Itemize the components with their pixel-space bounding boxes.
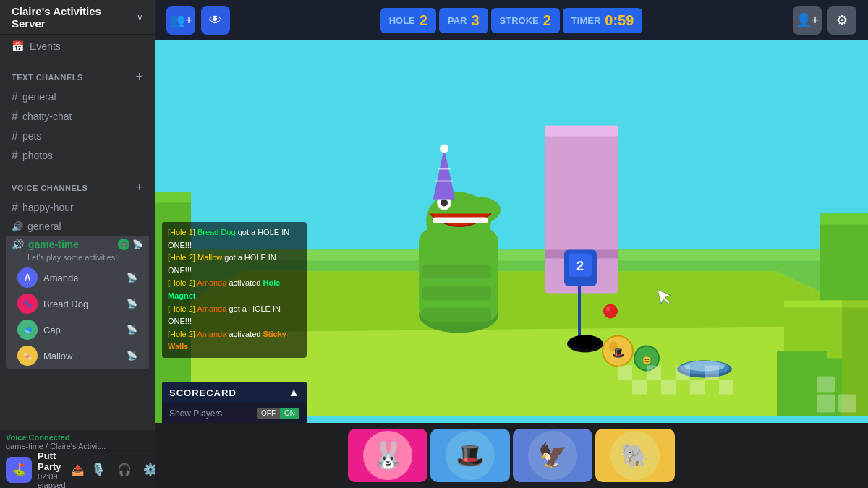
player-avatar-0: 🐰 — [363, 431, 412, 480]
toggle-switch[interactable]: OFF ON — [257, 408, 299, 419]
sidebar-item-pets[interactable]: # pets — [6, 127, 149, 145]
stream-icon: 📡 — [127, 299, 137, 309]
svg-rect-55 — [632, 380, 647, 395]
svg-point-29 — [440, 145, 448, 153]
toggle-on-label[interactable]: ON — [280, 408, 299, 419]
player-avatar-1: 🎩 — [446, 431, 495, 480]
add-channel-icon[interactable]: + — [135, 69, 143, 85]
voice-channels-header[interactable]: VOICE CHANNELS + — [6, 180, 149, 195]
avatar-mallow: 🍬 — [17, 346, 38, 366]
svg-rect-52 — [647, 366, 661, 380]
calendar-icon: 📅 — [12, 40, 24, 52]
text-channels-header[interactable]: TEXT CHANNELS + — [6, 69, 149, 85]
svg-rect-19 — [422, 265, 491, 279]
voice-member-amanda[interactable]: A Amanda 📡 — [12, 265, 143, 291]
chat-hole-tag: [Hole 2] — [168, 253, 195, 262]
game-area: 👥+ 👁 HOLE 2 PAR 3 STROKE 2 — [155, 0, 868, 423]
events-label: Events — [30, 40, 61, 52]
bottom-activity: ⛳ Putt Party 02:09 elapsed 📤 — [6, 450, 84, 489]
sidebar-item-happy-hour[interactable]: # happy-hour — [6, 198, 149, 217]
member-name: Amanda — [43, 273, 127, 283]
channel-label: pets — [22, 130, 41, 142]
chat-username: Amanda — [197, 304, 226, 313]
avatar-bread-dog: 🐾 — [17, 294, 38, 314]
svg-text:2: 2 — [576, 259, 584, 273]
svg-text:🎩: 🎩 — [612, 347, 625, 359]
timer-value: 0:59 — [605, 12, 634, 29]
sidebar: Claire's Activities Server ∨ 📅 Events TE… — [0, 0, 155, 488]
svg-rect-60 — [838, 395, 856, 413]
chat-username: Bread Dog — [197, 228, 236, 236]
spectate-button[interactable]: 👁 — [201, 6, 230, 35]
avatar-cap: 🧢 — [17, 320, 38, 340]
text-channels-section: TEXT CHANNELS + # general # chatty-chat … — [0, 58, 155, 168]
add-people-button[interactable]: 👤+ — [793, 6, 822, 35]
voice-member-cap[interactable]: 🧢 Cap 📡 — [12, 317, 143, 343]
sidebar-item-game-time[interactable]: 🔊 game-time 🎮 📡 Let's play some activiti… — [6, 236, 149, 369]
mic-button[interactable]: 🎙️ — [87, 458, 110, 481]
player-card-2[interactable]: 🦅 — [513, 429, 592, 482]
chat-overlay: [Hole 1] Bread Dog got a HOLE IN ONE!!! … — [162, 222, 307, 358]
svg-rect-10 — [545, 126, 618, 137]
headphone-button[interactable]: 🎧 — [113, 458, 136, 481]
scorecard-players-row: Show Players OFF ON — [162, 403, 307, 423]
svg-rect-58 — [719, 380, 733, 395]
avatar-amanda: A — [17, 267, 38, 288]
game-settings-button[interactable]: ⚙ — [827, 6, 856, 35]
voice-member-mallow[interactable]: 🍬 Mallow 📡 — [12, 343, 143, 369]
game-time-header[interactable]: 🔊 game-time 🎮 📡 — [6, 236, 149, 253]
chat-hole-tag: [Hole 1] — [168, 228, 195, 236]
game-hud: 👥+ 👁 HOLE 2 PAR 3 STROKE 2 — [155, 0, 868, 40]
chat-hole-tag: [Hole 2] — [168, 278, 195, 287]
activity-elapsed: 02:09 elapsed — [38, 472, 66, 489]
member-name: Cap — [43, 325, 127, 335]
timer-label: TIMER — [571, 15, 600, 26]
svg-rect-24 — [433, 218, 488, 223]
voice-member-bread-dog[interactable]: 🐾 Bread Dog 📡 — [12, 291, 143, 317]
sidebar-item-chatty-chat[interactable]: # chatty-chat — [6, 107, 149, 126]
svg-rect-56 — [661, 380, 676, 395]
player-card-1[interactable]: 🎩 — [430, 429, 510, 482]
app-layout: Claire's Activities Server ∨ 📅 Events TE… — [0, 0, 868, 488]
add-player-button[interactable]: 👥+ — [166, 6, 195, 35]
stream-icon: 📡 — [127, 351, 137, 361]
svg-rect-59 — [817, 395, 835, 413]
scorecard-header[interactable]: SCORECARD ▲ — [162, 382, 307, 403]
add-voice-icon[interactable]: + — [135, 180, 143, 195]
game-time-label: game-time — [28, 239, 118, 250]
sidebar-item-photos[interactable]: # photos — [6, 146, 149, 165]
chat-username: Mallow — [197, 253, 222, 262]
channel-label: general — [22, 91, 56, 103]
svg-rect-51 — [618, 366, 632, 380]
hud-left: 👥+ 👁 — [166, 6, 230, 35]
player-avatar-2: 🦅 — [528, 431, 577, 480]
activity-info: Putt Party 02:09 elapsed — [38, 450, 66, 489]
svg-point-36 — [603, 304, 618, 319]
show-players-label: Show Players — [169, 408, 222, 419]
activity-name: Putt Party — [38, 450, 66, 472]
sidebar-item-general[interactable]: # general — [6, 87, 149, 106]
scorecard-collapse-button[interactable]: ▲ — [288, 386, 299, 399]
toggle-off-label[interactable]: OFF — [257, 408, 280, 419]
activity-share-icon[interactable]: 📤 — [72, 464, 84, 476]
hash-icon: # — [12, 110, 18, 123]
sidebar-spacer — [0, 372, 155, 430]
hash-icon: # — [12, 90, 18, 103]
scorecard: SCORECARD ▲ Show Players OFF ON — [162, 382, 307, 423]
server-name: Claire's Activities Server — [12, 5, 137, 30]
svg-rect-54 — [705, 366, 719, 380]
sidebar-item-vc-general[interactable]: 🔊 general — [6, 218, 149, 235]
events-item[interactable]: 📅 Events — [0, 35, 155, 58]
player-avatar-3: 🐘 — [610, 431, 660, 480]
svg-rect-12 — [784, 301, 842, 359]
player-card-0[interactable]: 🐰 — [348, 429, 427, 482]
voice-connected-bar: Voice Connected game-time / Claire's Act… — [0, 430, 155, 450]
player-card-3[interactable]: 🐘 — [595, 429, 675, 482]
scorecard-title: SCORECARD — [169, 388, 237, 398]
voice-channels-label: VOICE CHANNELS — [12, 184, 88, 192]
server-header[interactable]: Claire's Activities Server ∨ — [0, 0, 155, 35]
stroke-stat: STROKE 2 — [491, 8, 560, 33]
hud-stats: HOLE 2 PAR 3 STROKE 2 TIMER 0:59 — [380, 8, 643, 33]
chevron-down-icon: ∨ — [137, 12, 143, 22]
stream-icon: 📡 — [127, 325, 137, 335]
